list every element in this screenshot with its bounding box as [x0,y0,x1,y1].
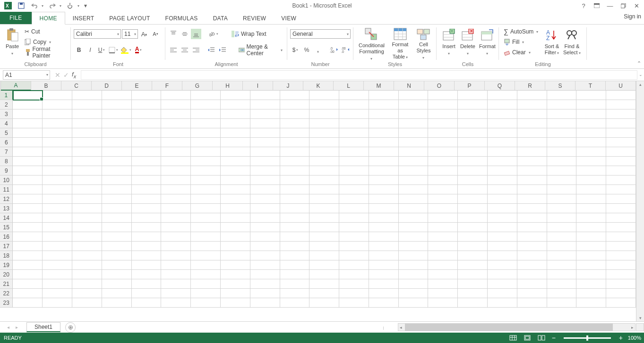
cell[interactable] [13,194,43,204]
cell[interactable] [250,100,280,109]
cell[interactable] [458,91,488,100]
cell[interactable] [161,100,191,109]
percent-format-button[interactable]: % [301,45,312,55]
cell[interactable] [250,91,280,100]
cell[interactable] [339,157,369,166]
cell[interactable] [488,194,517,204]
cell[interactable] [576,166,606,176]
comma-format-button[interactable]: , [313,45,323,55]
cell[interactable] [132,251,162,260]
cell[interactable] [458,232,488,242]
cell[interactable] [309,147,339,157]
cell[interactable] [72,232,102,242]
cell[interactable] [43,157,72,166]
formula-input[interactable]: ⌄ [81,70,637,80]
cell[interactable] [547,138,577,147]
cell[interactable] [72,109,102,119]
cell[interactable] [132,91,162,100]
cell[interactable] [132,194,162,204]
cell[interactable] [161,157,191,166]
delete-cells-button[interactable]: ✕Delete [458,26,477,59]
format-cells-button[interactable]: Format [477,26,498,59]
tab-home[interactable]: HOME [32,12,65,25]
cell[interactable] [369,204,399,213]
cell[interactable] [280,194,310,204]
cell[interactable] [43,138,72,147]
cell[interactable] [161,91,191,100]
cell[interactable] [250,298,280,308]
cell[interactable] [428,185,458,194]
cell[interactable] [606,289,636,298]
row-header[interactable]: 13 [0,204,13,213]
cell[interactable] [132,176,162,185]
cell[interactable] [606,147,636,157]
cell[interactable] [132,270,162,279]
cell[interactable] [221,260,250,270]
cell[interactable] [369,242,399,251]
cell[interactable] [250,109,280,119]
cell[interactable] [458,157,488,166]
page-break-view-button[interactable] [536,334,547,342]
cell[interactable] [399,298,429,308]
cell[interactable] [309,289,339,298]
cell[interactable] [221,109,250,119]
cell[interactable] [161,204,191,213]
cell[interactable] [43,119,72,128]
cell[interactable] [606,119,636,128]
cell[interactable] [102,298,132,308]
touch-mode-button[interactable] [64,0,81,11]
cell[interactable] [132,242,162,251]
cell[interactable] [13,147,43,157]
redo-button[interactable] [46,0,63,11]
cell[interactable] [132,100,162,109]
cell[interactable] [13,270,43,279]
cell[interactable] [161,289,191,298]
cell[interactable] [280,232,310,242]
cell[interactable] [250,128,280,138]
cell[interactable] [428,166,458,176]
normal-view-button[interactable] [508,334,518,342]
cell[interactable] [13,223,43,232]
cell[interactable] [102,138,132,147]
cell[interactable] [161,185,191,194]
cell[interactable] [102,223,132,232]
cell[interactable] [547,279,577,289]
cell[interactable] [250,138,280,147]
cell[interactable] [428,176,458,185]
column-header[interactable]: R [515,81,545,91]
cell[interactable] [517,109,547,119]
cell[interactable] [606,279,636,289]
number-format-combo[interactable]: General [290,29,351,39]
cell[interactable] [369,185,399,194]
cell[interactable] [399,204,429,213]
cell[interactable] [221,242,250,251]
cell[interactable] [309,204,339,213]
cell[interactable] [250,166,280,176]
cell[interactable] [191,194,221,204]
cell[interactable] [221,223,250,232]
column-header[interactable]: Q [485,81,515,91]
cell[interactable] [547,91,577,100]
cell[interactable] [428,223,458,232]
cell[interactable] [191,109,221,119]
cell[interactable] [576,185,606,194]
cell[interactable] [191,128,221,138]
cell[interactable] [576,91,606,100]
horizontal-scrollbar[interactable] [398,323,635,331]
cell[interactable] [102,176,132,185]
cell[interactable] [488,138,517,147]
cell[interactable] [339,279,369,289]
cell[interactable] [576,232,606,242]
row-header[interactable]: 12 [0,194,13,204]
cell[interactable] [221,147,250,157]
cell[interactable] [72,119,102,128]
cancel-formula-button[interactable]: ✕ [55,71,60,79]
cell[interactable] [606,176,636,185]
cell[interactable] [221,138,250,147]
column-header[interactable]: M [364,81,394,91]
zoom-out-button[interactable]: − [550,334,557,342]
cell[interactable] [221,100,250,109]
accounting-format-button[interactable]: $ [290,45,301,55]
cell[interactable] [250,270,280,279]
cell[interactable] [399,166,429,176]
